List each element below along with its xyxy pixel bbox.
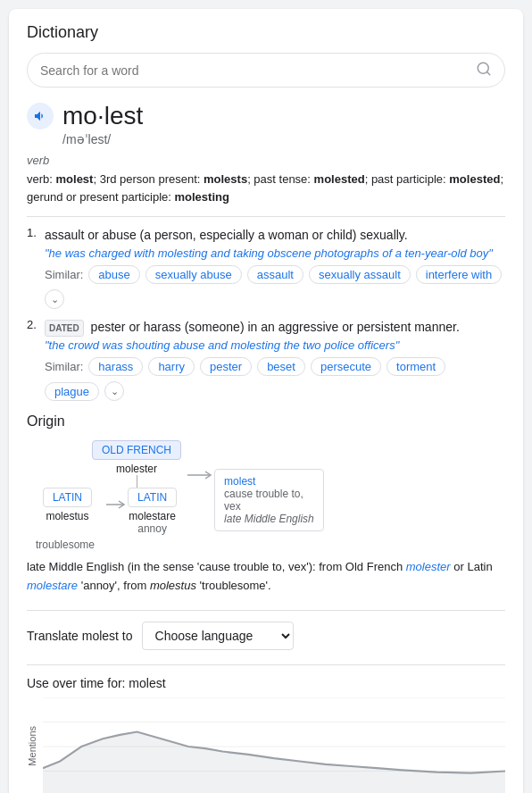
tag-plague[interactable]: plague — [45, 382, 99, 401]
divider — [27, 216, 505, 217]
tag-torment[interactable]: torment — [387, 357, 445, 376]
word-forms: verb: molest; 3rd person present: molest… — [27, 171, 505, 205]
translate-select[interactable]: Choose language Spanish French German It… — [142, 622, 294, 650]
definition-list: 1. assault or abuse (a person, especiall… — [27, 226, 505, 401]
word-forms-label: verb: molest; 3rd person present: molest… — [27, 172, 503, 204]
similar-label-2: Similar: — [45, 360, 83, 373]
speaker-icon — [33, 109, 47, 123]
definition-item-2: 2. DATED pester or harass (someone) in a… — [27, 318, 505, 401]
tag-pester[interactable]: pester — [200, 357, 252, 376]
chart-svg — [43, 697, 505, 793]
origin-link-1[interactable]: molester — [406, 560, 451, 573]
etymology-result-box: molest cause trouble to,vex late Middle … — [214, 469, 324, 531]
search-bar — [27, 53, 505, 88]
svg-line-1 — [486, 71, 489, 74]
chart-container — [43, 697, 505, 793]
def-text-1: assault or abuse (a person, especially a… — [45, 226, 505, 245]
tag-sexually-assault[interactable]: sexually assault — [309, 265, 411, 284]
word-type: verb — [27, 154, 505, 167]
chart-title: Use over time for: molest — [27, 676, 505, 690]
old-french-word: molester — [116, 463, 157, 475]
search-input[interactable] — [40, 63, 476, 78]
latin2-label: LATIN — [128, 488, 177, 507]
latin1-word: molestus — [46, 510, 88, 522]
dictionary-card: Dictionary mo·lest /məˈlest/ verb verb: … — [9, 9, 523, 793]
arrow-right-icon-2 — [187, 469, 214, 481]
tag-sexually-abuse[interactable]: sexually abuse — [145, 265, 242, 284]
tag-assault[interactable]: assault — [247, 265, 303, 284]
search-icon — [476, 61, 492, 77]
word-header: mo·lest — [27, 102, 505, 130]
svg-marker-9 — [43, 731, 505, 793]
etymology-diagram: OLD FRENCH molester LATIN molestus — [36, 440, 505, 551]
expand-similar-2[interactable]: ⌄ — [104, 381, 124, 401]
translate-label: Translate molest to — [27, 629, 133, 643]
def-number-2: 2. — [27, 318, 37, 331]
def-text-2: DATED pester or harass (someone) in an a… — [45, 318, 505, 337]
chart-section: Use over time for: molest Mentions — [27, 664, 505, 793]
similar-row-1: Similar: abuse sexually abuse assault se… — [45, 265, 505, 309]
translate-section: Translate molest to Choose language Span… — [27, 610, 505, 650]
tag-harass[interactable]: harass — [88, 357, 143, 376]
pronunciation: /məˈlest/ — [62, 132, 505, 146]
origin-link-2[interactable]: molestare — [27, 579, 78, 592]
dated-badge: DATED — [45, 320, 84, 337]
chart-y-label: Mentions — [27, 726, 37, 766]
origin-section: Origin OLD FRENCH molester — [27, 413, 505, 596]
search-button[interactable] — [476, 61, 492, 79]
speaker-button[interactable] — [27, 103, 54, 129]
similar-row-2: Similar: harass harry pester beset perse… — [45, 357, 505, 401]
tag-beset[interactable]: beset — [257, 357, 305, 376]
latin1-sub: troublesome — [36, 538, 95, 551]
expand-similar-1[interactable]: ⌄ — [45, 289, 64, 309]
tag-abuse[interactable]: abuse — [88, 265, 139, 284]
result-desc: cause trouble to,vex — [224, 488, 314, 513]
def-example-1: "he was charged with molesting and takin… — [45, 246, 505, 260]
tag-interfere-with[interactable]: interfere with — [416, 265, 502, 284]
old-french-label: OLD FRENCH — [92, 440, 181, 460]
page-title: Dictionary — [27, 23, 505, 42]
tag-persecute[interactable]: persecute — [311, 357, 381, 376]
arrow-right-icon — [106, 498, 128, 511]
def-number-1: 1. — [27, 226, 37, 239]
result-time: late Middle English — [224, 513, 314, 525]
tag-harry[interactable]: harry — [148, 357, 195, 376]
definition-item-1: 1. assault or abuse (a person, especiall… — [27, 226, 505, 309]
latin2-sub: annoy — [137, 522, 167, 535]
def-example-2: "the crowd was shouting abuse and molest… — [45, 338, 505, 352]
similar-label-1: Similar: — [45, 268, 83, 281]
result-word: molest — [224, 475, 314, 488]
origin-title: Origin — [27, 413, 505, 430]
latin2-word: molestare — [129, 510, 176, 522]
origin-text: late Middle English (in the sense 'cause… — [27, 558, 505, 596]
latin1-label: LATIN — [43, 488, 92, 507]
word-title: mo·lest — [62, 102, 143, 130]
